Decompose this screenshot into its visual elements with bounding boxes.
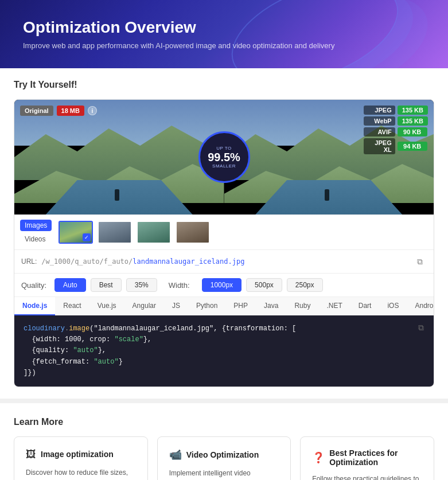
original-mountain-scene [14, 100, 224, 214]
card-header-1: 🖼 Image optimization [26, 448, 136, 461]
code-tab-vuejs[interactable]: Vue.js [89, 297, 124, 315]
format-size-webp: 135 KB [398, 116, 428, 126]
code-tab-android[interactable]: Android [407, 297, 434, 315]
format-row-avif: AVIF 90 KB [364, 127, 428, 136]
quality-auto-btn[interactable]: Auto [54, 278, 86, 292]
original-image-panel: Original 18 MB i [14, 100, 224, 214]
optimized-image-panel: JPEG 135 KB WebP 135 KB AVIF 90 KB JPEG … [224, 100, 434, 214]
card-icon-3: ❓ [312, 451, 325, 464]
learn-more-section: Learn More 🖼 Image optimization Discover… [0, 399, 448, 480]
learn-cards-container: 🖼 Image optimization Discover how to red… [14, 436, 434, 480]
url-path-gray: /w_1000/q_auto/f_auto/ [41, 257, 133, 266]
original-badge: Original 18 MB i [20, 106, 97, 116]
code-line-1: cloudinary.image("landmannalaugar_icelan… [24, 323, 424, 334]
savings-percent: 99.5% [208, 151, 240, 163]
quality-best-btn[interactable]: Best [91, 278, 122, 292]
savings-badge: UP TO 99.5% SMALLER [198, 131, 250, 183]
card-title-1: Image optimization [41, 450, 114, 459]
format-name-jpeg: JPEG [364, 106, 395, 115]
card-title-2: Video Optimization [186, 450, 259, 459]
thumb-check-1: ✓ [83, 233, 91, 241]
width-250-btn[interactable]: 250px [287, 278, 323, 292]
code-line-3: {quality: "auto"}, [24, 345, 424, 356]
code-tab-java[interactable]: Java [256, 297, 286, 315]
quality-35-btn[interactable]: 35% [126, 278, 157, 292]
width-1000-btn[interactable]: 1000px [202, 278, 241, 292]
thumbnail-4[interactable] [176, 221, 210, 244]
quality-label: Quality: [21, 281, 50, 290]
card-icon-2: 📹 [169, 448, 182, 461]
code-line-5: ]}) [24, 368, 424, 378]
try-section-title: Try It Yourself! [14, 80, 434, 90]
image-compare-area: Original 18 MB i UP TO 99.5% SMALLER [14, 100, 434, 214]
url-path-blue: landmannalaugar_iceland.jpg [133, 257, 244, 266]
info-icon[interactable]: i [88, 106, 97, 115]
card-icon-1: 🖼 [26, 448, 36, 461]
thumbnail-2[interactable] [98, 221, 132, 244]
code-block: ⧉ cloudinary.image("landmannalaugar_icel… [14, 315, 434, 387]
code-tab-js[interactable]: JS [164, 297, 188, 315]
format-name-webp: WebP [364, 116, 395, 126]
quality-group: Quality: Auto Best 35% [21, 278, 157, 292]
main-content: Try It Yourself! Original 18 MB i [0, 68, 448, 399]
format-row-jpeg: JPEG 135 KB [364, 106, 428, 115]
code-copy-icon[interactable]: ⧉ [414, 321, 428, 335]
hero-title: Optimization Overview [23, 18, 425, 37]
card-header-2: 📹 Video Optimization [169, 448, 279, 461]
code-tab-python[interactable]: Python [188, 297, 225, 315]
thumb-scene-2 [99, 222, 131, 243]
strip-tabs: Images Videos [20, 220, 52, 245]
image-strip: Images Videos ✓ [14, 214, 434, 249]
thumbnail-1[interactable]: ✓ [59, 221, 93, 244]
code-line-2: {width: 1000, crop: "scale"}, [24, 334, 424, 345]
up-to-label: UP TO [216, 146, 232, 151]
code-tab-ruby[interactable]: Ruby [286, 297, 318, 315]
smaller-label: SMALLER [212, 163, 236, 169]
url-bar: URL: /w_1000/q_auto/f_auto/landmannalaug… [14, 249, 434, 273]
options-row: Quality: Auto Best 35% Width: 1000px 500… [14, 273, 434, 296]
figure-silhouette-r [325, 189, 329, 201]
hero-subtitle: Improve web and app performance with AI-… [23, 41, 425, 50]
code-tab-php[interactable]: PHP [225, 297, 256, 315]
hero-banner: Optimization Overview Improve web and ap… [0, 0, 448, 68]
format-size-jpeg: 135 KB [398, 106, 428, 115]
code-tab-angular[interactable]: Angular [124, 297, 164, 315]
card-video-optimization: 📹 Video Optimization Implement intellige… [157, 436, 291, 480]
card-title-3: Best Practices for Optimization [329, 448, 422, 467]
thumb-scene-3 [138, 222, 170, 243]
url-text: /w_1000/q_auto/f_auto/landmannalaugar_ic… [41, 257, 408, 266]
width-label: Width: [169, 281, 197, 290]
format-row-webp: WebP 135 KB [364, 116, 428, 126]
format-name-jpegxl: JPEG XL [364, 138, 395, 154]
code-tabs-bar: Node.js React Vue.js Angular JS Python P… [14, 296, 434, 315]
images-tab[interactable]: Images [20, 220, 52, 231]
card-image-optimization: 🖼 Image optimization Discover how to red… [14, 436, 148, 480]
width-group: Width: 1000px 500px 250px [169, 278, 323, 292]
format-size-jpegxl: 94 KB [398, 142, 427, 151]
format-row-jpegxl: JPEG XL 94 KB [364, 138, 428, 154]
code-tab-nodejs[interactable]: Node.js [14, 297, 55, 315]
format-table: JPEG 135 KB WebP 135 KB AVIF 90 KB JPEG … [364, 106, 428, 156]
learn-more-title: Learn More [14, 417, 434, 427]
videos-tab[interactable]: Videos [20, 233, 52, 245]
try-panel: Original 18 MB i UP TO 99.5% SMALLER [14, 99, 434, 387]
card-body-2: Implement intelligent video optimization… [169, 468, 279, 480]
code-line-4: {fetch_format: "auto"} [24, 357, 424, 368]
card-best-practices: ❓ Best Practices for Optimization Follow… [300, 436, 434, 480]
url-label: URL: [21, 257, 37, 266]
card-body-3: Follow these practical guidelines to opt… [312, 474, 422, 480]
code-tab-dotnet[interactable]: .NET [318, 297, 350, 315]
format-name-avif: AVIF [364, 127, 395, 136]
code-tab-react[interactable]: React [55, 297, 89, 315]
card-header-3: ❓ Best Practices for Optimization [312, 448, 422, 467]
figure-silhouette [115, 189, 119, 201]
url-copy-icon[interactable]: ⧉ [413, 255, 427, 268]
card-body-1: Discover how to reduce file sizes, impro… [26, 467, 136, 480]
original-size: 18 MB [57, 106, 84, 116]
thumb-scene-4 [177, 222, 209, 243]
thumbnail-3[interactable] [137, 221, 171, 244]
format-size-avif: 90 KB [398, 127, 427, 136]
width-500-btn[interactable]: 500px [246, 278, 282, 292]
code-tab-dart[interactable]: Dart [350, 297, 380, 315]
code-tab-ios[interactable]: iOS [379, 297, 407, 315]
